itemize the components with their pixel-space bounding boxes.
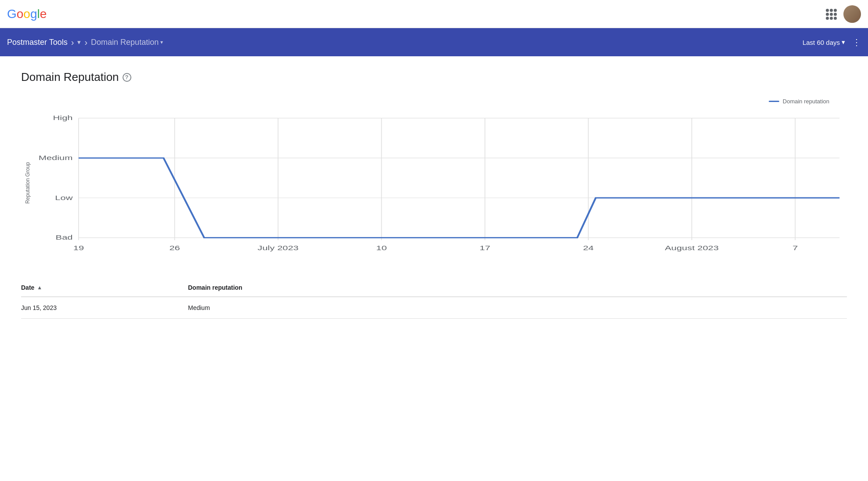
help-icon[interactable]: ? [123,73,131,82]
svg-text:10: 10 [376,244,387,252]
top-bar-left: G o o g l e [7,7,47,21]
section-dropdown[interactable]: Domain Reputation ▾ [91,38,163,47]
table-section: Date ▲ Domain reputation Jun 15, 2023 Me… [21,279,847,319]
sort-icon: ▲ [37,284,42,291]
time-range-arrow: ▾ [842,38,845,46]
top-bar: G o o g l e [0,0,868,28]
nav-bar: Postmaster Tools › ▾ › Domain Reputation… [0,28,868,56]
page-title-row: Domain Reputation ? [21,70,847,84]
col-reputation-header: Domain reputation [188,284,847,291]
legend-line [769,101,779,102]
google-g2: g [30,7,37,21]
legend-label: Domain reputation [783,98,829,105]
svg-text:Low: Low [55,194,73,201]
chart-wrapper: Reputation Group [21,108,847,258]
section-label: Domain Reputation [91,38,159,47]
table-cell-date: Jun 15, 2023 [21,304,188,311]
domain-dropdown[interactable]: ▾ [77,38,81,46]
svg-text:Medium: Medium [39,154,73,161]
col-reputation-label: Domain reputation [188,284,242,291]
col-date-label: Date [21,284,34,291]
chart-legend: Domain reputation [21,98,847,105]
user-avatar[interactable] [843,5,861,23]
svg-text:July 2023: July 2023 [257,244,299,252]
svg-text:7: 7 [792,244,798,252]
page-title: Domain Reputation [21,70,119,84]
section-dropdown-arrow: ▾ [160,39,163,45]
google-logo: G o o g l e [7,7,47,21]
chart-inner: High Medium Low Bad 19 26 July 2023 10 1… [34,108,847,258]
table-header: Date ▲ Domain reputation [21,279,847,297]
table-cell-reputation: Medium [188,304,847,311]
more-options-icon[interactable]: ⋮ [852,37,861,47]
svg-text:17: 17 [480,244,490,252]
svg-text:Bad: Bad [56,234,73,241]
svg-text:High: High [53,114,73,122]
time-range-dropdown[interactable]: Last 60 days ▾ [803,38,845,46]
nav-bar-right: Last 60 days ▾ ⋮ [803,37,861,47]
chart-container: Domain reputation Reputation Group [21,98,847,258]
time-range-label: Last 60 days [803,39,840,46]
nav-bar-left: Postmaster Tools › ▾ › Domain Reputation… [7,37,163,47]
help-icon-symbol: ? [125,74,129,80]
table-row: Jun 15, 2023 Medium [21,297,847,319]
svg-text:24: 24 [583,244,593,252]
svg-text:26: 26 [169,244,180,252]
y-axis-label: Reputation Group [25,162,31,204]
nav-chevron-right: › [71,37,74,47]
google-g: G [7,7,17,21]
top-bar-right [826,5,861,23]
google-apps-icon[interactable] [826,9,836,19]
main-content: Domain Reputation ? Domain reputation Re… [0,56,868,333]
col-date-header[interactable]: Date ▲ [21,284,188,291]
svg-text:19: 19 [73,244,84,252]
nav-chevron-right2: › [84,37,87,47]
google-e: e [40,7,47,21]
tool-name[interactable]: Postmaster Tools [7,38,68,47]
y-axis-label-container: Reputation Group [21,108,34,258]
chart-svg: High Medium Low Bad 19 26 July 2023 10 1… [34,108,847,258]
svg-text:August 2023: August 2023 [665,244,719,252]
google-o2: o [23,7,30,21]
domain-dropdown-label: ▾ [77,38,81,46]
google-o1: o [17,7,24,21]
